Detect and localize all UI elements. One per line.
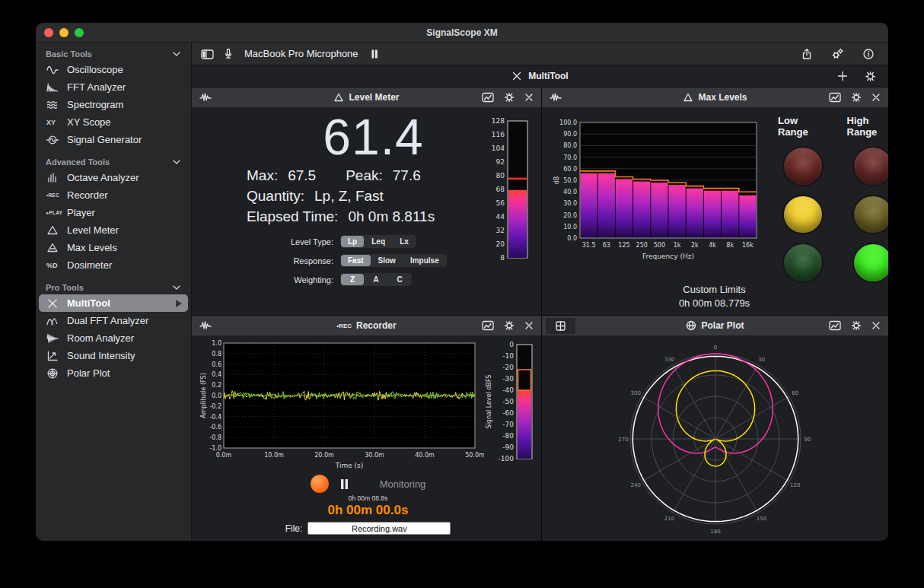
recorder-panel-header[interactable]: •REC Recorder	[192, 316, 541, 335]
signal-icon	[550, 91, 562, 103]
svg-text:20: 20	[496, 240, 505, 248]
max-levels-panel: Max Levels 100.090.080.070.060.050.040.0…	[542, 87, 888, 315]
sidebar-item-signal-generator[interactable]: Signal Generator	[39, 131, 188, 148]
svg-text:70.0: 70.0	[563, 154, 577, 161]
svg-text:16k: 16k	[742, 242, 754, 249]
indicator-high-2	[852, 195, 888, 235]
sidebar-item-octave-analyzer[interactable]: Octave Analyzer	[39, 169, 188, 186]
svg-text:125: 125	[618, 242, 629, 249]
panel-close-icon[interactable]	[871, 321, 881, 330]
octave-analyzer-icon	[46, 172, 67, 184]
max-levels-panel-header[interactable]: Max Levels	[542, 87, 888, 107]
recording-elapsed-small: 0h 00m 08.8s	[198, 494, 538, 502]
sidebar-item-oscilloscope[interactable]: Oscilloscope	[39, 61, 188, 78]
multitool-icon	[511, 71, 522, 81]
sidebar-item-polar-plot[interactable]: Polar Plot	[39, 364, 188, 382]
response-option-fast[interactable]: Fast	[341, 255, 371, 266]
sidebar-section-basic-tools: Basic Tools Oscilloscope FFT Analyzer Sp…	[36, 47, 191, 148]
sidebar-item-room-analyzer[interactable]: Room Analyzer	[39, 329, 188, 347]
sidebar-item-dual-fft-analyzer[interactable]: Dual FFT Analyzer	[39, 312, 188, 329]
pause-monitoring-button[interactable]	[371, 49, 378, 59]
sidebar-item-xy-scope[interactable]: XY XY Scope	[39, 113, 188, 131]
svg-text:50.0m: 50.0m	[465, 452, 484, 459]
input-device-label[interactable]: MacBook Pro Microphone	[244, 48, 358, 59]
zoom-window-button[interactable]	[75, 28, 84, 37]
response-option-slow[interactable]: Slow	[371, 255, 403, 266]
sidebar-item-player[interactable]: ▸PLAY Player	[39, 204, 188, 221]
polar-plot-panel-header[interactable]: Polar Plot	[542, 316, 888, 335]
panel-close-icon[interactable]	[524, 321, 534, 330]
sidebar-item-spectrogram[interactable]: Spectrogram	[39, 96, 188, 113]
panel-close-icon[interactable]	[524, 93, 534, 102]
svg-text:10.0: 10.0	[563, 224, 577, 230]
share-button[interactable]	[801, 48, 813, 60]
info-button[interactable]	[862, 48, 875, 60]
recorder-pause-button[interactable]	[339, 478, 349, 490]
section-header-advanced-tools[interactable]: Advanced Tools	[36, 155, 191, 169]
svg-text:30.0: 30.0	[563, 200, 577, 207]
file-name-input[interactable]	[307, 522, 451, 535]
chart-view-icon[interactable]	[829, 92, 841, 103]
chart-view-icon[interactable]	[829, 320, 841, 331]
level-type-option-leq[interactable]: Leq	[365, 236, 392, 247]
settings-gears-button[interactable]	[831, 48, 844, 60]
minimize-window-button[interactable]	[59, 28, 69, 37]
sidebar-item-dosimeter[interactable]: %D Dosimeter	[39, 256, 188, 274]
weighting-option-z[interactable]: Z	[341, 274, 364, 285]
signal-level-meter: Signal Level dBFS0-10-20-30-40-50-60-70-…	[485, 338, 538, 472]
polar-plot-chart: 0306090120150180210240270300330	[607, 338, 824, 539]
svg-text:330: 330	[664, 357, 674, 363]
multitool-settings-button[interactable]	[865, 71, 876, 82]
svg-text:270: 270	[618, 437, 628, 443]
recorder-icon: •REC	[46, 192, 67, 198]
custom-limits-label[interactable]: Custom Limits	[545, 283, 884, 297]
weighting-option-c[interactable]: C	[388, 274, 411, 285]
sidebar-toggle-button[interactable]	[201, 48, 215, 60]
rec-icon: •REC	[336, 323, 352, 329]
svg-text:104: 104	[492, 145, 505, 152]
panel-close-icon[interactable]	[871, 93, 881, 102]
weighting-option-a[interactable]: A	[365, 274, 387, 285]
svg-text:68: 68	[496, 186, 505, 193]
window-title: SignalScope XM	[36, 27, 888, 38]
level-meter-panel-header[interactable]: Level Meter	[192, 87, 541, 107]
svg-text:20.0m: 20.0m	[314, 452, 334, 459]
room-analyzer-icon	[46, 332, 67, 345]
sidebar: Basic Tools Oscilloscope FFT Analyzer Sp…	[36, 43, 192, 541]
chart-view-icon[interactable]	[482, 320, 494, 331]
level-type-option-lp[interactable]: Lp	[341, 236, 364, 247]
grid-view-icon[interactable]	[546, 318, 575, 334]
max-levels-icon	[683, 92, 693, 103]
svg-text:0.4: 0.4	[212, 371, 221, 378]
dosimeter-icon: %D	[46, 262, 67, 269]
section-header-pro-tools[interactable]: Pro Tools	[36, 281, 191, 294]
svg-text:-90: -90	[502, 443, 514, 451]
sidebar-item-max-levels[interactable]: Max Levels	[39, 239, 188, 256]
recorder-file-row: File:	[198, 522, 538, 535]
svg-text:Amplitude (FS): Amplitude (FS)	[200, 373, 207, 418]
panel-settings-icon[interactable]	[851, 320, 862, 331]
svg-text:-1.0: -1.0	[209, 445, 221, 452]
level-meter-bar: 128116104928068564432208	[486, 110, 535, 315]
panel-settings-icon[interactable]	[504, 320, 515, 331]
svg-text:150: 150	[756, 516, 766, 522]
signal-generator-icon	[46, 134, 67, 146]
level-stats: Max: 67.5 Peak: 77.6 Quantity: Lp, Z, Fa…	[247, 167, 486, 225]
panel-title: Level Meter	[349, 92, 399, 103]
close-window-button[interactable]	[44, 28, 53, 37]
panel-settings-icon[interactable]	[504, 92, 515, 103]
sidebar-item-recorder[interactable]: •REC Recorder	[39, 186, 188, 204]
sidebar-item-fft-analyzer[interactable]: FFT Analyzer	[39, 78, 188, 96]
record-button[interactable]	[311, 475, 329, 493]
level-type-option-lx[interactable]: Lx	[393, 236, 416, 247]
response-option-impulse[interactable]: Impulse	[403, 255, 446, 266]
sidebar-item-sound-intensity[interactable]: Sound Intensity	[39, 347, 188, 364]
sidebar-item-multitool[interactable]: MultiTool	[39, 294, 188, 312]
chart-view-icon[interactable]	[482, 92, 494, 103]
panel-settings-icon[interactable]	[851, 92, 862, 103]
svg-text:92: 92	[496, 158, 505, 166]
svg-text:0.0: 0.0	[212, 393, 221, 399]
sidebar-item-level-meter[interactable]: Level Meter	[39, 221, 188, 239]
section-header-basic-tools[interactable]: Basic Tools	[36, 47, 191, 61]
add-tool-button[interactable]	[837, 71, 848, 81]
